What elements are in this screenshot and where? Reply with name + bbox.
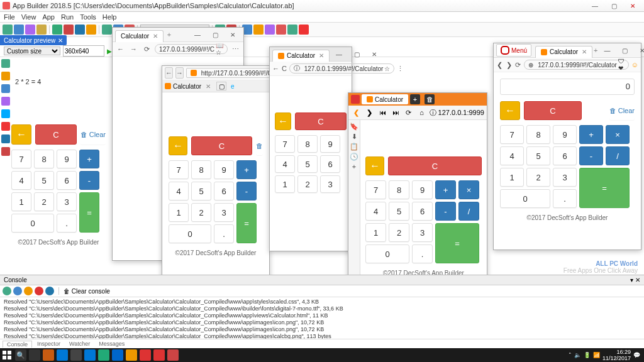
taskbar-app-icon[interactable] [98, 349, 109, 361]
close-icon[interactable]: ✕ [582, 48, 587, 55]
maximize-button[interactable]: ▢ [207, 29, 223, 40]
key-minus[interactable]: - [579, 146, 603, 165]
key-minus[interactable]: - [79, 171, 99, 190]
key-2[interactable]: 2 [389, 223, 409, 242]
close-button[interactable]: ✕ [624, 1, 641, 11]
back-button[interactable]: ← [169, 136, 187, 155]
key-8[interactable]: 8 [526, 125, 550, 144]
key-0[interactable]: 0 [500, 189, 550, 208]
c-button[interactable]: C [35, 124, 77, 145]
tool-icon[interactable] [36, 25, 47, 35]
forward-icon[interactable]: ❯ [364, 107, 375, 118]
back-icon[interactable]: ❮ [351, 107, 362, 118]
minimize-button[interactable]: — [599, 45, 615, 56]
minimize-button[interactable]: — [586, 1, 604, 11]
c-button[interactable]: C [388, 156, 482, 175]
key-2[interactable]: 2 [297, 175, 318, 193]
key-5[interactable]: 5 [297, 155, 318, 173]
close-button[interactable]: ✕ [225, 29, 241, 40]
notifications-icon[interactable]: 💬 [633, 352, 640, 358]
back-icon[interactable]: ← [165, 67, 173, 79]
clear-console-button[interactable]: 🗑 Clear console [64, 288, 110, 295]
tab[interactable]: Calculator✕ [272, 50, 330, 62]
console-icon[interactable] [45, 287, 54, 295]
key-9[interactable]: 9 [214, 160, 234, 179]
c-button[interactable]: C [295, 112, 347, 130]
key-8[interactable]: 8 [34, 150, 54, 168]
key-6[interactable]: 6 [320, 155, 340, 173]
back-icon[interactable]: ← [272, 63, 279, 74]
console-icon[interactable] [13, 287, 22, 295]
console-icon[interactable] [24, 287, 33, 295]
close-icon[interactable]: ✕ [206, 83, 211, 90]
menu-run[interactable]: Run [61, 13, 74, 21]
key-1[interactable]: 1 [500, 168, 524, 187]
tab[interactable]: Calculator [362, 94, 408, 104]
rail-icon[interactable] [1, 122, 10, 131]
history-icon[interactable]: 🕓 [350, 153, 358, 160]
key-8[interactable]: 8 [297, 135, 318, 153]
key-1[interactable]: 1 [365, 223, 386, 242]
key-9[interactable]: 9 [553, 125, 577, 144]
key-6[interactable]: 6 [553, 146, 577, 165]
key-9[interactable]: 9 [57, 150, 77, 168]
key-2[interactable]: 2 [191, 203, 211, 222]
key-3[interactable]: 3 [553, 168, 577, 187]
rail-icon[interactable] [1, 72, 10, 80]
key-eq[interactable]: = [236, 203, 257, 243]
minimize-button[interactable]: — [189, 29, 206, 40]
tray-date[interactable]: 11/12/2017 [602, 355, 631, 361]
close-button[interactable]: ✕ [634, 45, 644, 56]
key-minus[interactable]: - [435, 202, 456, 221]
download-icon[interactable]: ⬇ [350, 133, 358, 140]
taskbar-app-icon[interactable] [70, 349, 82, 361]
key-7[interactable]: 7 [169, 160, 189, 179]
key-8[interactable]: 8 [389, 180, 409, 199]
key-6[interactable]: 6 [412, 202, 433, 221]
taskbar-app-icon[interactable] [140, 349, 151, 361]
more-icon[interactable]: ⋯ [230, 44, 241, 54]
taskbar-app-icon[interactable] [57, 349, 68, 361]
key-4[interactable]: 4 [11, 171, 31, 190]
forward-icon[interactable]: ❯ [506, 60, 513, 70]
tool-icon[interactable] [75, 25, 85, 35]
new-tab-button[interactable]: + [594, 46, 597, 55]
key-7[interactable]: 7 [275, 135, 295, 153]
key-0[interactable]: 0 [169, 224, 211, 243]
task-view-icon[interactable] [29, 349, 40, 361]
rail-icon[interactable] [1, 109, 10, 118]
key-plus[interactable]: + [579, 125, 603, 144]
key-1[interactable]: 1 [275, 175, 295, 193]
key-eq[interactable]: = [579, 168, 630, 208]
start-button[interactable] [0, 348, 14, 362]
back-button[interactable]: ← [11, 124, 31, 145]
key-3[interactable]: 3 [214, 203, 234, 222]
maximize-button[interactable]: ▢ [616, 45, 633, 56]
dims-input[interactable] [63, 45, 104, 57]
menu-tools[interactable]: Tools [80, 13, 96, 21]
menu-app[interactable]: App [42, 13, 55, 21]
ff-icon[interactable]: ⏭ [390, 107, 401, 118]
key-dot[interactable]: . [553, 189, 577, 208]
maximize-button[interactable]: ▢ [348, 48, 365, 60]
key-7[interactable]: 7 [365, 180, 386, 199]
rail-icon[interactable] [1, 134, 10, 143]
key-plus[interactable]: + [435, 180, 456, 199]
key-dot[interactable]: . [214, 224, 234, 243]
key-3[interactable]: 3 [57, 192, 77, 211]
taskbar-app-icon[interactable] [126, 349, 137, 361]
key-plus[interactable]: + [79, 150, 99, 168]
key-8[interactable]: 8 [191, 160, 211, 179]
key-4[interactable]: 4 [275, 155, 295, 173]
key-div[interactable]: / [458, 202, 479, 221]
key-6[interactable]: 6 [57, 171, 77, 190]
close-icon[interactable]: ✕ [58, 37, 63, 44]
key-times[interactable]: × [458, 180, 479, 199]
clear-button[interactable]: 🗑 Clear [80, 124, 106, 145]
clear-button[interactable]: 🗑 [256, 136, 263, 155]
preview-tab[interactable]: Calculator preview✕ [0, 35, 67, 45]
key-2[interactable]: 2 [526, 168, 550, 187]
key-plus[interactable]: + [236, 160, 257, 179]
url-field[interactable]: ⊕ 127.0.0.1:9999/#!/Calculator🛡 ❤ [524, 60, 628, 70]
key-3[interactable]: 3 [412, 223, 433, 242]
